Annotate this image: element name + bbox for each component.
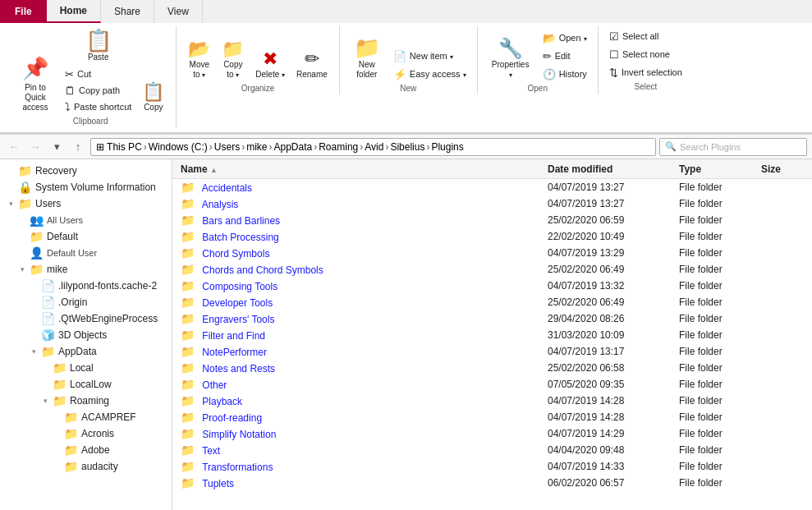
lock-icon-sysv: 🔒 <box>18 181 32 194</box>
file-row[interactable]: 📁 Composing Tools 04/07/2019 13:32 File … <box>172 278 812 294</box>
file-row[interactable]: 📁 Bars and Barlines 25/02/2020 06:59 Fil… <box>172 212 812 228</box>
easy-access-button[interactable]: ⚡ Easy access ▾ <box>389 66 470 82</box>
up-button[interactable]: ↑ <box>69 138 87 156</box>
tree-item-qtwebengine[interactable]: 📄 .QtWebEngineProcess <box>0 310 172 327</box>
tab-home[interactable]: Home <box>47 0 101 23</box>
file-row[interactable]: 📁 Text 04/04/2020 09:48 File folder <box>172 442 812 458</box>
new-folder-button[interactable]: 📁 Newfolder <box>346 28 388 82</box>
edit-label: Edit <box>555 51 571 61</box>
file-row[interactable]: 📁 Batch Processing 22/02/2020 10:49 File… <box>172 228 812 245</box>
file-row[interactable]: 📁 Engravers' Tools 29/04/2020 08:26 File… <box>172 310 812 327</box>
tree-item-locallow[interactable]: 📁 LocalLow <box>0 376 172 393</box>
tree-item-lilypond[interactable]: 📄 .lilypond-fonts.cache-2 <box>0 278 172 294</box>
tree-arrow-origin <box>30 298 38 306</box>
delete-icon: ✖ <box>263 50 278 68</box>
sort-arrow-icon: ▲ <box>210 166 218 174</box>
open-group: 🔧 Properties ▾ 📂 Open ▾ ✏ Edit 🕐 History <box>478 26 599 94</box>
tree-arrow-appdata: ▾ <box>30 347 38 356</box>
file-row[interactable]: 📁 Other 07/05/2020 09:35 File folder <box>172 376 812 393</box>
tree-item-acronis[interactable]: 📁 Acronis <box>0 425 172 442</box>
cut-button[interactable]: ✂ Cut <box>61 66 135 82</box>
tree-item-all-users[interactable]: 👥 All Users <box>0 212 172 228</box>
file-name-cell: 📁 Simplify Notation <box>177 427 544 440</box>
file-row[interactable]: 📁 Proof-reading 04/07/2019 14:28 File fo… <box>172 409 812 425</box>
file-row[interactable]: 📁 NotePerformer 04/07/2019 13:17 File fo… <box>172 343 812 360</box>
copy-path-icon: 🗒 <box>65 85 76 97</box>
copy-button[interactable]: 📋 Copy <box>137 61 169 115</box>
file-name-label: Filter and Find <box>202 330 265 342</box>
file-icon-origin: 📄 <box>41 296 55 309</box>
move-to-button[interactable]: 📂 Moveto ▾ <box>183 28 215 82</box>
copy-path-button[interactable]: 🗒 Copy path <box>61 82 135 99</box>
file-modified-cell: 06/02/2020 06:57 <box>544 477 676 489</box>
tree-item-origin[interactable]: 📄 .Origin <box>0 294 172 310</box>
file-row[interactable]: 📁 Developer Tools 25/02/2020 06:49 File … <box>172 294 812 310</box>
tree-item-adobe[interactable]: 📁 Adobe <box>0 442 172 458</box>
select-all-button[interactable]: ☑ Select all <box>605 28 686 44</box>
file-row[interactable]: 📁 Filter and Find 31/03/2020 10:09 File … <box>172 327 812 343</box>
tree-arrow-users: ▾ <box>7 200 15 208</box>
select-none-button[interactable]: ☐ Select none <box>605 46 686 62</box>
tree-label-origin: .Origin <box>58 296 87 308</box>
paste-shortcut-button[interactable]: ⤵ Paste shortcut <box>61 99 135 115</box>
address-path[interactable]: ⊞ This PC › Windows (C:) › Users › mike … <box>90 138 656 156</box>
file-row[interactable]: 📁 Chords and Chord Symbols 25/02/2020 06… <box>172 261 812 278</box>
forward-button[interactable]: → <box>26 138 44 156</box>
tree-item-default-user[interactable]: 👤 Default User <box>0 245 172 261</box>
tab-view[interactable]: View <box>154 0 203 23</box>
col-header-modified[interactable]: Date modified <box>544 163 676 175</box>
tab-file[interactable]: File <box>0 0 47 23</box>
file-row[interactable]: 📁 Playback 04/07/2019 14:28 File folder <box>172 393 812 409</box>
col-header-name[interactable]: Name ▲ <box>177 163 544 175</box>
col-header-size[interactable]: Size <box>758 163 807 175</box>
ribbon-content: 📌 Pin to Quick access 📋 Paste ✂ Cut <box>0 23 812 134</box>
file-row[interactable]: 📁 Analysis 04/07/2019 13:27 File folder <box>172 195 812 212</box>
tree-item-acampref[interactable]: 📁 ACAMPREF <box>0 409 172 425</box>
pin-to-quick-access-button[interactable]: 📌 Pin to Quick access <box>11 61 59 115</box>
tree-arrow-qtwebengine <box>30 315 38 323</box>
recent-button[interactable]: ▾ <box>48 138 66 156</box>
file-row[interactable]: 📁 Chord Symbols 04/07/2019 13:29 File fo… <box>172 245 812 261</box>
file-name-cell: 📁 Analysis <box>177 197 544 210</box>
copy-to-button[interactable]: 📁 Copyto ▾ <box>217 28 249 82</box>
folder-icon-users: 📁 <box>18 197 32 210</box>
tree-item-default[interactable]: 📁 Default <box>0 228 172 245</box>
tree-item-3dobjects[interactable]: 🧊 3D Objects <box>0 327 172 343</box>
file-row[interactable]: 📁 Simplify Notation 04/07/2019 14:29 Fil… <box>172 425 812 442</box>
new-item-button[interactable]: 📄 New item ▾ <box>389 48 470 64</box>
rename-label: Rename <box>296 70 328 80</box>
tree-item-mike[interactable]: ▾ 📁 mike <box>0 261 172 278</box>
tree-item-recovery[interactable]: 📁 Recovery <box>0 163 172 179</box>
tree-item-users[interactable]: ▾ 📁 Users <box>0 195 172 212</box>
cube-icon-3dobjects: 🧊 <box>41 329 55 342</box>
invert-selection-button[interactable]: ⇅ Invert selection <box>605 64 686 80</box>
properties-button[interactable]: 🔧 Properties ▾ <box>484 28 537 82</box>
history-button[interactable]: 🕐 History <box>539 66 591 82</box>
select-all-label: Select all <box>622 31 659 41</box>
file-row[interactable]: 📁 Accidentals 04/07/2019 13:27 File fold… <box>172 179 812 195</box>
tree-item-local[interactable]: 📁 Local <box>0 360 172 376</box>
file-name-label: Analysis <box>202 199 239 210</box>
delete-button[interactable]: ✖ Delete ▾ <box>250 28 290 82</box>
file-type-cell: File folder <box>676 362 758 374</box>
col-header-type[interactable]: Type <box>676 163 758 175</box>
file-row[interactable]: 📁 Notes and Rests 25/02/2020 06:58 File … <box>172 360 812 376</box>
tab-share[interactable]: Share <box>101 0 154 23</box>
tree-item-roaming[interactable]: ▾ 📁 Roaming <box>0 393 172 409</box>
path-sep-1: › <box>144 141 147 153</box>
open-button[interactable]: 📂 Open ▾ <box>539 30 591 46</box>
edit-button[interactable]: ✏ Edit <box>539 48 591 64</box>
file-name-cell: 📁 Filter and Find <box>177 329 544 342</box>
rename-button[interactable]: ✏ Rename <box>291 28 333 82</box>
tree-item-appdata[interactable]: ▾ 📁 AppData <box>0 343 172 360</box>
tree-item-audacity[interactable]: 📁 audacity <box>0 458 172 475</box>
back-button[interactable]: ← <box>5 138 23 156</box>
file-modified-cell: 22/02/2020 10:49 <box>544 231 676 242</box>
paste-button[interactable]: 📋 Paste <box>61 28 135 64</box>
file-modified-cell: 04/04/2020 09:48 <box>544 444 676 456</box>
file-row[interactable]: 📁 Tuplets 06/02/2020 06:57 File folder <box>172 475 812 491</box>
file-folder-icon: 📁 <box>181 230 195 243</box>
file-row[interactable]: 📁 Transformations 04/07/2019 14:33 File … <box>172 458 812 475</box>
search-box[interactable]: 🔍 Search Plugins <box>659 138 807 156</box>
tree-item-system-volume[interactable]: 🔒 System Volume Information <box>0 179 172 195</box>
